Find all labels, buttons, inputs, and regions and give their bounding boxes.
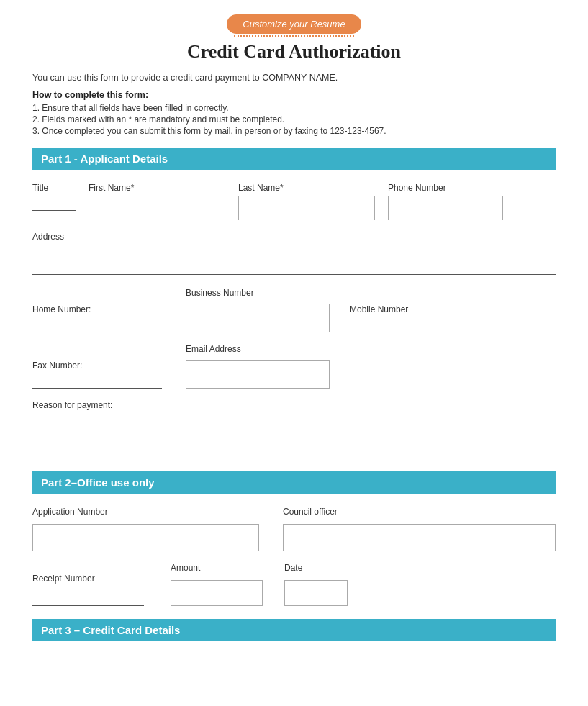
how-to-title: How to complete this form: <box>32 90 556 100</box>
address-label: Address <box>32 232 64 242</box>
last-name-input[interactable] <box>238 196 375 220</box>
how-to-step-3: 3. Once completed you can submit this fo… <box>32 126 556 136</box>
fax-number-input[interactable] <box>32 374 162 389</box>
date-input[interactable] <box>284 580 348 606</box>
part2-header: Part 2–Office use only <box>32 471 556 494</box>
home-number-label: Home Number: <box>32 304 166 314</box>
how-to-step-2: 2. Fields marked with an * are mandatory… <box>32 114 556 125</box>
fax-number-label: Fax Number: <box>32 361 166 371</box>
intro-text: You can use this form to provide a credi… <box>32 73 556 83</box>
address-input[interactable] <box>32 248 556 275</box>
amount-label: Amount <box>171 563 264 573</box>
business-number-label: Business Number <box>186 288 330 298</box>
title-label: Title <box>32 183 76 193</box>
business-number-input[interactable] <box>186 304 330 332</box>
first-name-label: First Name* <box>89 183 225 193</box>
customize-resume-button[interactable]: Customize your Resume <box>227 14 361 34</box>
council-officer-label: Council officer <box>283 507 556 517</box>
reason-label: Reason for payment: <box>32 400 112 410</box>
amount-input[interactable] <box>171 580 263 606</box>
council-officer-input[interactable] <box>283 524 556 551</box>
mobile-number-label: Mobile Number <box>350 304 483 314</box>
last-name-label: Last Name* <box>238 183 375 193</box>
email-address-input[interactable] <box>186 360 330 389</box>
phone-number-input[interactable] <box>388 196 503 220</box>
mobile-number-input[interactable] <box>350 317 479 332</box>
application-number-label: Application Number <box>32 507 263 517</box>
first-name-input[interactable] <box>89 196 225 220</box>
how-to-list: 1. Ensure that all fields have been fill… <box>32 103 556 136</box>
email-address-label: Email Address <box>186 344 330 354</box>
application-number-input[interactable] <box>32 524 259 551</box>
phone-number-label: Phone Number <box>388 183 503 193</box>
receipt-number-label: Receipt Number <box>32 574 148 584</box>
date-label: Date <box>284 563 349 573</box>
how-to-step-1: 1. Ensure that all fields have been fill… <box>32 103 556 113</box>
page-title: Credit Card Authorization <box>32 41 556 63</box>
home-number-input[interactable] <box>32 317 162 332</box>
title-input[interactable] <box>32 196 76 211</box>
reason-input[interactable] <box>32 416 556 443</box>
receipt-number-input[interactable] <box>32 591 144 606</box>
part3-header: Part 3 – Credit Card Details <box>32 619 556 641</box>
section-divider <box>32 458 556 458</box>
part1-header: Part 1 - Applicant Details <box>32 148 556 170</box>
